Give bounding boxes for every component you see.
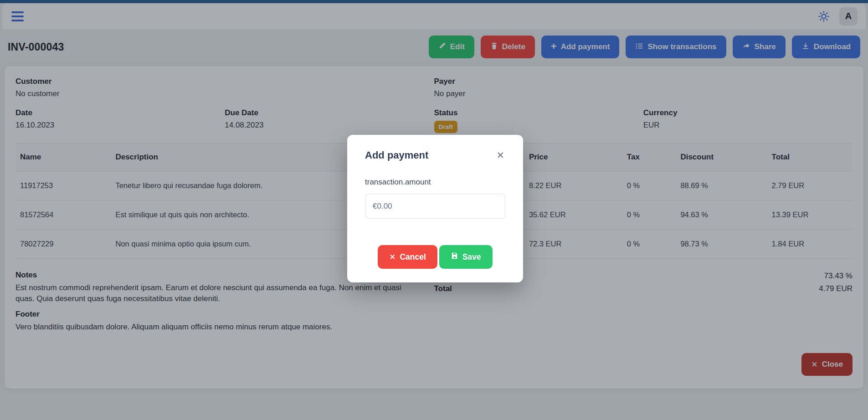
amount-input[interactable] [365, 194, 505, 219]
save-button-label: Save [462, 252, 481, 262]
cancel-button-label: Cancel [400, 252, 426, 262]
modal-close-icon[interactable]: ✕ [495, 149, 505, 161]
add-payment-modal: Add payment ✕ transaction.amount ✕ Cance… [347, 135, 523, 282]
modal-title: Add payment [365, 149, 428, 161]
save-button[interactable]: Save [439, 245, 493, 269]
cancel-x-icon: ✕ [389, 253, 395, 261]
amount-field-label: transaction.amount [365, 178, 505, 187]
cancel-button[interactable]: ✕ Cancel [378, 245, 437, 269]
save-floppy-icon [451, 252, 458, 262]
